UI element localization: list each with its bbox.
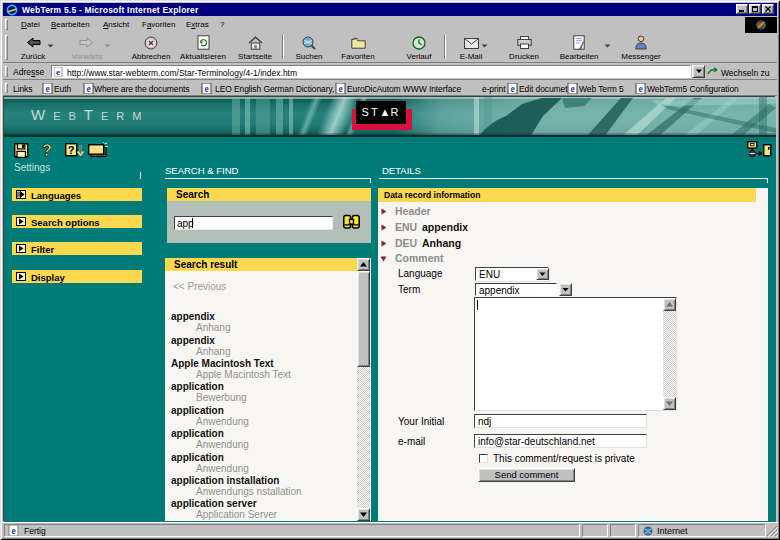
- svg-text:e: e: [638, 84, 642, 94]
- svg-text:?: ?: [68, 144, 75, 156]
- svg-text:e: e: [86, 84, 90, 94]
- svg-text:e: e: [510, 84, 514, 94]
- svg-text:e: e: [570, 84, 574, 94]
- svg-text:e: e: [338, 84, 342, 94]
- svg-text:e: e: [11, 526, 15, 536]
- svg-text:e: e: [56, 67, 60, 77]
- svg-text:?: ?: [42, 142, 52, 158]
- svg-text:e: e: [204, 84, 208, 94]
- svg-text:e: e: [45, 84, 49, 94]
